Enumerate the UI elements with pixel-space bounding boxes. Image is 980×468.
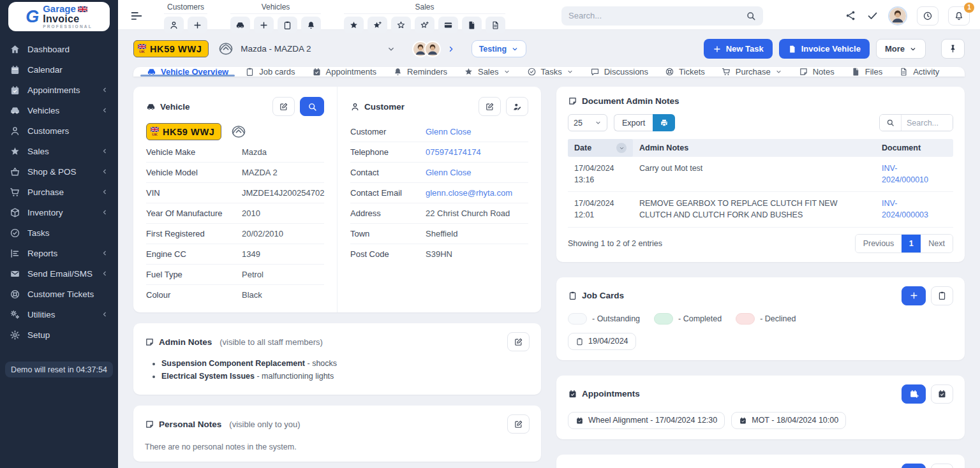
gears-icon bbox=[10, 309, 20, 320]
table-footer-text: Showing 1 to 2 of 2 entries bbox=[568, 239, 662, 248]
appointment-chip[interactable]: MOT - 18/04/2024 10:00 bbox=[731, 412, 846, 429]
add-appointment-button[interactable] bbox=[902, 384, 926, 404]
appointment-chip[interactable]: Wheel Alignment - 17/04/2024 12:30 bbox=[568, 412, 725, 429]
new-task-button[interactable]: New Task bbox=[704, 39, 773, 59]
arrow-right-icon[interactable] bbox=[447, 45, 456, 54]
document-link[interactable]: INV-2024/000010 bbox=[882, 163, 947, 186]
clock-icon bbox=[923, 11, 933, 21]
share-icon[interactable] bbox=[845, 10, 857, 22]
box-icon bbox=[10, 207, 20, 218]
add-reminder-button[interactable] bbox=[902, 464, 926, 468]
edit-vehicle-button[interactable] bbox=[272, 97, 295, 116]
previous-page-button[interactable]: Previous bbox=[856, 235, 902, 252]
assigned-user-avatar[interactable] bbox=[424, 41, 441, 57]
export-button[interactable]: Export bbox=[614, 114, 653, 131]
tab-notes[interactable]: Notes bbox=[791, 67, 843, 77]
legend-completed: - Completed bbox=[654, 313, 722, 325]
page-number-button[interactable]: 1 bbox=[902, 235, 921, 252]
uk-flag-icon: UK bbox=[138, 44, 146, 54]
chevron-left-icon bbox=[101, 249, 108, 257]
change-customer-button[interactable] bbox=[506, 97, 528, 116]
view-job-cards-button[interactable] bbox=[931, 286, 953, 305]
sidebar-item-customer-tickets[interactable]: Customer Tickets bbox=[0, 284, 118, 304]
sidebar-item-vehicles[interactable]: Vehicles bbox=[0, 100, 118, 121]
clipboard-icon bbox=[568, 291, 577, 300]
bell-icon bbox=[306, 20, 316, 30]
tab-sales[interactable]: Sales bbox=[456, 67, 519, 77]
menu-icon[interactable] bbox=[130, 9, 144, 23]
sidebar-item-appointments[interactable]: Appointments bbox=[0, 80, 118, 100]
invoice-vehicle-button[interactable]: Invoice Vehicle bbox=[779, 39, 870, 59]
tab-files[interactable]: Files bbox=[843, 67, 891, 77]
sidebar-item-customers[interactable]: Customers bbox=[0, 121, 118, 141]
edit-personal-notes-button[interactable] bbox=[507, 414, 530, 434]
tab-tasks[interactable]: Tasks bbox=[519, 67, 582, 77]
add-job-card-button[interactable] bbox=[902, 286, 926, 305]
tab-appointments[interactable]: Appointments bbox=[304, 67, 385, 77]
tab-discussions[interactable]: Discussions bbox=[582, 67, 657, 77]
edit-icon bbox=[514, 337, 523, 347]
job-card-date-chip[interactable]: 19/04/2024 bbox=[568, 333, 636, 350]
vehicle-select-chevron-icon[interactable] bbox=[387, 45, 396, 54]
tab-vehicle-overview[interactable]: Vehicle Overview bbox=[138, 67, 237, 77]
check-icon[interactable] bbox=[866, 10, 879, 22]
sidebar-item-shop-pos[interactable]: Shop & POS bbox=[0, 161, 118, 182]
status-dropdown[interactable]: Testing bbox=[471, 40, 527, 57]
view-appointments-button[interactable] bbox=[931, 384, 953, 404]
tab-job-cards[interactable]: Job cards bbox=[237, 67, 303, 77]
history-button[interactable] bbox=[917, 6, 939, 26]
more-button[interactable]: More bbox=[876, 39, 926, 59]
vehicle-row: First Registered20/02/2010 bbox=[146, 224, 324, 244]
topbar-group-customers: Customers bbox=[164, 2, 207, 29]
sidebar-item-tasks[interactable]: Tasks bbox=[0, 223, 118, 243]
mazda-logo-icon bbox=[217, 41, 235, 57]
pin-button[interactable] bbox=[941, 39, 965, 59]
notifications-button[interactable]: 1 bbox=[948, 6, 970, 26]
file-icon bbox=[788, 45, 797, 54]
sidebar-item-sales[interactable]: Sales bbox=[0, 141, 118, 161]
vehicle-row: VINJMZDE14J200254702 bbox=[146, 183, 324, 203]
registration-plate: UK HK59 WWJ bbox=[146, 123, 221, 140]
contact-link[interactable]: Glenn Close bbox=[426, 168, 471, 177]
document-link[interactable]: INV-2024/000003 bbox=[882, 198, 947, 221]
contact-email-link[interactable]: glenn.close@rhyta.com bbox=[426, 188, 512, 198]
table-search-button[interactable] bbox=[880, 115, 902, 131]
edit-customer-button[interactable] bbox=[479, 97, 501, 116]
sidebar-item-utilities[interactable]: Utilities bbox=[0, 304, 118, 325]
next-page-button[interactable]: Next bbox=[921, 235, 953, 252]
telephone-link[interactable]: 075974174174 bbox=[426, 147, 481, 157]
tab-purchase[interactable]: Purchase bbox=[713, 67, 791, 77]
admin-notes-card: Admin Notes(visible to all staff members… bbox=[133, 323, 541, 395]
tab-activity[interactable]: Activity bbox=[891, 67, 947, 77]
pin-icon bbox=[948, 44, 958, 54]
chevron-down-icon bbox=[503, 68, 510, 75]
document-admin-notes-card: Document Admin Notes 25 Export Date bbox=[556, 87, 965, 262]
sidebar-item-send-email-sms[interactable]: Send Email/SMS bbox=[0, 263, 118, 284]
sidebar-item-purchase[interactable]: Purchase bbox=[0, 182, 118, 202]
note-icon bbox=[145, 337, 154, 347]
sidebar-item-inventory[interactable]: Inventory bbox=[0, 202, 118, 223]
page-size-select[interactable]: 25 bbox=[568, 114, 607, 131]
view-reminders-button[interactable] bbox=[931, 464, 953, 468]
global-search-input[interactable] bbox=[568, 11, 746, 20]
sidebar-item-calendar[interactable]: Calendar bbox=[0, 59, 118, 80]
sidebar-item-dashboard[interactable]: Dashboard bbox=[0, 39, 118, 59]
table-search-input[interactable] bbox=[902, 115, 953, 131]
app-logo[interactable]: G Garage Invoice PROFESSIONAL bbox=[8, 2, 110, 31]
search-icon[interactable] bbox=[746, 11, 756, 21]
tab-tickets[interactable]: Tickets bbox=[657, 67, 713, 77]
search-icon bbox=[886, 119, 895, 127]
edit-admin-notes-button[interactable] bbox=[507, 332, 530, 351]
user-avatar[interactable] bbox=[888, 6, 907, 26]
sort-date-button[interactable] bbox=[616, 143, 627, 153]
customer-link[interactable]: Glenn Close bbox=[426, 127, 471, 136]
sidebar-item-reports[interactable]: Reports bbox=[0, 243, 118, 263]
edit-icon bbox=[485, 102, 494, 112]
tab-reminders[interactable]: Reminders bbox=[385, 67, 456, 77]
vehicle-lookup-button[interactable] bbox=[300, 97, 324, 116]
customer-row: Telephone075974174174 bbox=[350, 142, 528, 163]
print-button[interactable] bbox=[653, 114, 675, 131]
sidebar-item-setup[interactable]: Setup bbox=[0, 325, 118, 345]
calendar-plus-icon bbox=[909, 389, 919, 399]
mazda-logo-icon bbox=[230, 124, 248, 140]
